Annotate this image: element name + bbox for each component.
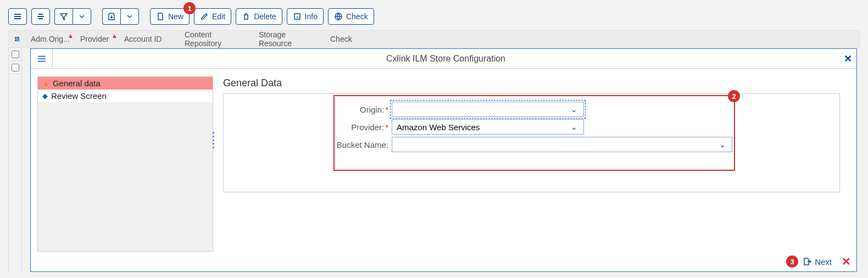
svg-rect-9	[18, 37, 19, 38]
origin-input[interactable]	[396, 104, 568, 115]
svg-rect-10	[15, 40, 16, 41]
export-button[interactable]	[102, 8, 120, 25]
next-page-icon	[803, 257, 811, 266]
svg-rect-5	[38, 18, 43, 19]
filter-split	[54, 8, 91, 25]
svg-rect-3	[38, 14, 43, 15]
origin-combo[interactable]: ⌄	[392, 102, 584, 117]
diamond-icon: ◆	[42, 92, 48, 100]
layout-top-button[interactable]	[8, 8, 27, 25]
trash-icon	[242, 12, 251, 21]
row-selectors	[8, 48, 22, 272]
new-button-label: New	[168, 12, 183, 21]
chevron-down-icon[interactable]: ⌄	[568, 123, 580, 131]
grid-select-toggle[interactable]	[9, 35, 25, 43]
layout-bottom-button[interactable]	[31, 8, 50, 25]
document-icon	[156, 12, 165, 21]
sort-indicator-icon: ▲	[68, 32, 74, 39]
svg-rect-0	[14, 14, 21, 15]
dialog-header: Cxlink ILM Store Configuration ✕	[31, 49, 856, 69]
callout-3: 3	[786, 255, 798, 268]
provider-combo[interactable]: ⌄	[392, 119, 584, 135]
filter-dropdown[interactable]	[73, 8, 91, 25]
grid-header: Adm.Orig... ▲ Provider ▲ Account ID Cont…	[8, 30, 860, 48]
app-toolbar: New 1 Edit Delete Info Check	[8, 8, 860, 25]
bucket-input[interactable]	[396, 140, 716, 150]
info-button[interactable]: Info	[287, 8, 324, 25]
filter-button[interactable]	[54, 8, 73, 25]
origin-label: Origin:*	[229, 105, 388, 114]
triangle-warning-icon: ▲	[42, 79, 49, 87]
bucket-label: Bucket Name:	[229, 140, 388, 149]
svg-rect-8	[15, 37, 16, 38]
check-button[interactable]: Check	[328, 8, 374, 25]
section-title: General Data	[223, 77, 840, 89]
form-box: 2 Origin:* ⌄	[223, 93, 840, 192]
edit-button-label: Edit	[212, 12, 225, 21]
provider-label: Provider:*	[229, 123, 388, 132]
delete-button[interactable]: Delete	[236, 8, 282, 25]
row-checkbox[interactable]	[12, 51, 19, 58]
provider-input[interactable]	[396, 122, 568, 132]
col-account-id[interactable]: Account ID	[119, 35, 179, 43]
svg-rect-2	[14, 18, 21, 19]
nav-item-general-data[interactable]: ▲ General data	[38, 77, 213, 90]
dialog-title: Cxlink ILM Store Configuration	[53, 54, 839, 64]
sort-indicator-icon: ▲	[112, 32, 118, 39]
info-icon	[293, 12, 302, 21]
dialog-cancel-button[interactable]: ✕	[842, 255, 851, 268]
dialog-close-button[interactable]: ✕	[839, 53, 856, 65]
chevron-down-icon[interactable]: ⌄	[716, 140, 728, 149]
delete-button-label: Delete	[254, 12, 276, 21]
chevron-down-icon[interactable]: ⌄	[568, 105, 580, 114]
new-button[interactable]: New 1	[150, 8, 190, 25]
next-button[interactable]: Next	[803, 257, 832, 266]
export-dropdown[interactable]	[120, 8, 139, 25]
nav-item-review-screen[interactable]: ◆ Review Screen	[38, 90, 213, 102]
callout-2: 2	[728, 90, 740, 102]
dialog-footer: 3 Next ✕	[31, 252, 856, 271]
svg-rect-4	[37, 16, 44, 17]
col-storage-resource[interactable]: Storage Resource	[253, 30, 325, 48]
config-dialog: Cxlink ILM Store Configuration ✕ ▲ Gener…	[30, 48, 857, 272]
bucket-combo[interactable]: ⌄	[392, 137, 732, 152]
dialog-menu-button[interactable]	[31, 49, 53, 68]
info-button-label: Info	[305, 12, 318, 21]
row-checkbox[interactable]	[12, 64, 19, 71]
col-adm-origin[interactable]: Adm.Orig... ▲	[25, 35, 75, 43]
dialog-nav: ▲ General data ◆ Review Screen	[37, 76, 213, 252]
check-button-label: Check	[346, 12, 368, 21]
edit-button[interactable]: Edit	[194, 8, 231, 25]
col-provider[interactable]: Provider ▲	[75, 35, 119, 43]
col-content-repository[interactable]: Content Repository	[179, 30, 253, 48]
callout-1: 1	[183, 2, 196, 14]
export-split	[102, 8, 139, 25]
grid-area: Adm.Orig... ▲ Provider ▲ Account ID Cont…	[8, 30, 860, 272]
svg-rect-11	[18, 40, 19, 41]
svg-rect-1	[14, 16, 21, 17]
pencil-icon	[200, 12, 209, 21]
form-area: General Data 2 Origin:* ⌄	[213, 76, 850, 252]
col-check[interactable]: Check	[325, 35, 358, 43]
globe-icon	[334, 12, 343, 21]
